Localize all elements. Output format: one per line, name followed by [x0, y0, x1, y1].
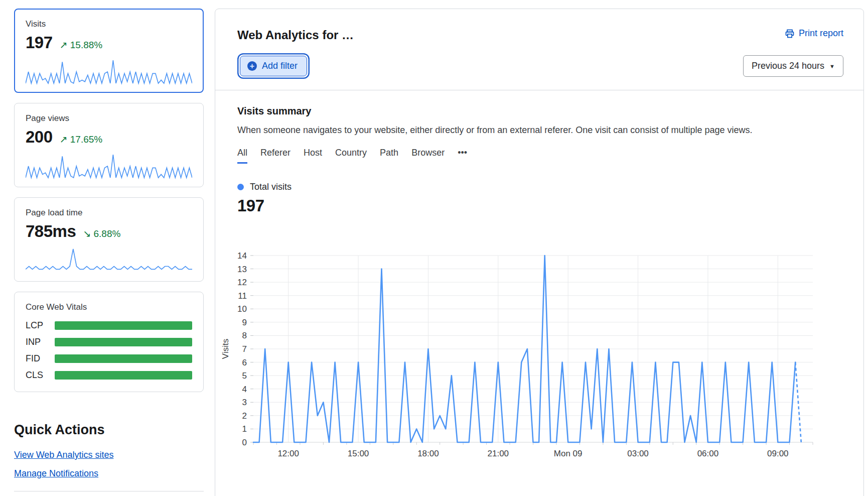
tab-country[interactable]: Country — [335, 148, 367, 164]
svg-text:Visits: Visits — [221, 339, 230, 359]
svg-text:8: 8 — [242, 331, 247, 340]
add-filter-button[interactable]: + Add filter — [240, 56, 307, 76]
metric-value: 197 — [26, 33, 53, 52]
svg-text:3: 3 — [242, 398, 247, 407]
visits-summary-section: Visits summary When someone navigates to… — [215, 90, 863, 215]
metric-delta-value: 17.65% — [70, 134, 102, 145]
svg-text:12:00: 12:00 — [277, 449, 299, 458]
metric-delta: ↘ 6.88% — [83, 228, 120, 239]
cwv-row-fid: FID — [26, 353, 192, 364]
print-report-link[interactable]: Print report — [785, 28, 843, 39]
trend-down-icon: ↘ — [83, 228, 91, 239]
metric-delta-value: 6.88% — [93, 228, 120, 239]
svg-text:14: 14 — [237, 251, 247, 261]
metric-delta: ↗ 15.88% — [60, 39, 103, 51]
cwv-bar-fid — [55, 354, 192, 363]
tab-referer[interactable]: Referer — [260, 148, 291, 164]
metric-card-label: Page load time — [26, 208, 192, 218]
legend-label: Total visits — [250, 182, 292, 192]
time-range-label: Previous 24 hours — [752, 61, 824, 71]
chevron-down-icon: ▼ — [829, 63, 835, 69]
cwv-label-lcp: LCP — [26, 320, 55, 331]
metric-card-visits[interactable]: Visits 197 ↗ 15.88% — [14, 9, 204, 93]
core-web-vitals-title: Core Web Vitals — [26, 302, 192, 312]
metric-value: 785ms — [26, 222, 76, 241]
svg-text:0: 0 — [242, 438, 247, 447]
cwv-bar-cls — [55, 371, 192, 380]
svg-text:6: 6 — [242, 358, 247, 367]
svg-text:06:00: 06:00 — [697, 449, 719, 458]
svg-text:11: 11 — [238, 291, 247, 301]
cwv-row-cls: CLS — [26, 370, 192, 381]
metric-delta: ↗ 17.65% — [60, 134, 103, 145]
print-report-label: Print report — [799, 28, 843, 39]
visits-chart: 0123456789101112131412:0015:0018:0021:00… — [220, 215, 847, 466]
view-web-analytics-sites-link[interactable]: View Web Analytics sites — [14, 450, 113, 460]
cwv-bar-lcp — [55, 321, 192, 330]
sidebar: Visits 197 ↗ 15.88% Page views 200 ↗ 17.… — [14, 9, 204, 496]
cwv-label-cls: CLS — [26, 370, 55, 381]
svg-text:15:00: 15:00 — [348, 449, 369, 458]
svg-text:18:00: 18:00 — [417, 449, 439, 458]
trend-up-icon: ↗ — [60, 40, 68, 50]
tab-browser[interactable]: Browser — [411, 148, 445, 164]
chart-container: 0123456789101112131412:0015:0018:0021:00… — [215, 215, 863, 466]
cwv-row-inp: INP — [26, 337, 192, 347]
svg-text:7: 7 — [242, 344, 247, 354]
svg-text:1: 1 — [242, 424, 247, 434]
plus-circle-icon: + — [247, 61, 257, 71]
svg-text:Time (local): Time (local) — [511, 465, 555, 466]
add-filter-label: Add filter — [262, 61, 298, 71]
tab-more[interactable]: ••• — [458, 148, 467, 164]
metric-card-label: Page views — [26, 113, 192, 123]
page-views-sparkline — [26, 152, 192, 180]
tab-all[interactable]: All — [237, 148, 247, 164]
page-load-sparkline — [26, 246, 192, 274]
svg-text:09:00: 09:00 — [767, 449, 789, 458]
legend-dot-icon — [237, 184, 244, 190]
metric-card-value-row: 200 ↗ 17.65% — [26, 128, 192, 147]
cwv-label-fid: FID — [26, 353, 55, 364]
cwv-bar-inp — [55, 338, 192, 346]
svg-text:4: 4 — [242, 385, 247, 394]
svg-text:03:00: 03:00 — [627, 449, 649, 458]
page-title: Web Analytics for … — [237, 28, 354, 42]
svg-text:9: 9 — [242, 318, 247, 327]
summary-tabs: AllRefererHostCountryPathBrowser••• — [237, 148, 843, 164]
tab-host[interactable]: Host — [304, 148, 322, 164]
visits-summary-description: When someone navigates to your website, … — [237, 125, 843, 136]
svg-text:10: 10 — [237, 304, 247, 314]
metric-card-value-row: 197 ↗ 15.88% — [26, 33, 192, 52]
svg-text:12: 12 — [237, 278, 247, 287]
visits-summary-title: Visits summary — [237, 105, 843, 117]
svg-text:5: 5 — [242, 371, 247, 381]
metric-card-page-load-time[interactable]: Page load time 785ms ↘ 6.88% — [14, 197, 204, 282]
main-panel: Web Analytics for … Print report + Add f… — [215, 9, 864, 496]
metric-value: 200 — [26, 128, 53, 147]
tab-path[interactable]: Path — [380, 148, 398, 164]
core-web-vitals-card[interactable]: Core Web Vitals LCPINPFIDCLS — [14, 292, 204, 392]
toolbar: + Add filter Previous 24 hours ▼ — [215, 42, 863, 77]
metric-delta-value: 15.88% — [70, 40, 102, 50]
metric-card-page-views[interactable]: Page views 200 ↗ 17.65% — [14, 103, 204, 187]
chart-legend: Total visits — [237, 182, 843, 192]
core-web-vitals-rows: LCPINPFIDCLS — [26, 320, 192, 381]
svg-text:2: 2 — [242, 411, 247, 421]
cwv-label-inp: INP — [26, 337, 55, 347]
visits-sparkline — [26, 57, 192, 85]
page: Visits 197 ↗ 15.88% Page views 200 ↗ 17.… — [0, 0, 868, 496]
main-header: Web Analytics for … Print report — [215, 9, 863, 42]
metric-card-label: Visits — [26, 19, 192, 29]
quick-actions-title: Quick Actions — [14, 422, 204, 438]
trend-up-icon: ↗ — [60, 134, 68, 145]
svg-text:13: 13 — [237, 265, 247, 274]
metric-card-value-row: 785ms ↘ 6.88% — [26, 222, 192, 241]
sidebar-divider — [14, 491, 204, 491]
svg-text:21:00: 21:00 — [488, 449, 509, 458]
svg-text:Mon 09: Mon 09 — [554, 449, 583, 458]
quick-actions: Quick Actions View Web Analytics sites M… — [14, 422, 204, 491]
manage-notifications-link[interactable]: Manage Notifications — [14, 468, 98, 479]
total-visits-number: 197 — [237, 196, 843, 215]
printer-icon — [785, 29, 795, 39]
time-range-dropdown[interactable]: Previous 24 hours ▼ — [743, 55, 843, 77]
